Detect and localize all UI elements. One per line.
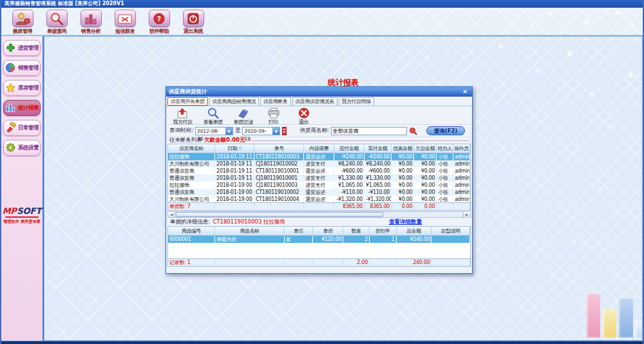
date-from-input[interactable]: 2012-08-30 ▼ <box>195 127 233 135</box>
table-cell: 2.00 <box>343 259 370 266</box>
table-cell <box>453 203 470 210</box>
tab-4[interactable]: 供货商供货情况表 <box>292 97 337 106</box>
column-header[interactable]: 商品名称 <box>215 227 285 236</box>
dialog-toolbar-button-1[interactable]: 我方付款 <box>167 107 198 124</box>
date-to-input[interactable]: 2020-09-19 ▼ <box>242 127 280 135</box>
column-header[interactable]: 内容摘要 <box>304 144 334 153</box>
table-cell: ¥1,065.00 <box>334 182 365 189</box>
toolbar-button-label: 退出系统 <box>178 28 208 35</box>
table-cell: CT180119010004 <box>254 196 304 203</box>
column-header[interactable]: 操作员 <box>453 144 470 153</box>
table-cell: CT180119010002 <box>254 189 304 196</box>
horizontal-scrollbar[interactable]: ◄ ► <box>167 211 471 218</box>
table-cell: -¥110.00 <box>334 189 365 196</box>
supplier-name-input[interactable] <box>331 127 407 135</box>
table-cell: admin <box>453 160 470 167</box>
column-header[interactable]: 总金额 <box>396 227 431 236</box>
column-header[interactable]: 欠款金额 <box>414 144 437 153</box>
dialog-toolbar-button-2[interactable]: 查看单据 <box>198 107 228 124</box>
table-cell: admin <box>453 196 470 203</box>
date-flag-icon[interactable] <box>282 127 287 135</box>
toolbar-button-6[interactable]: 退出系统 <box>178 8 208 35</box>
sidebar-item-1[interactable]: 进货管理 <box>3 40 41 56</box>
logo-underline <box>5 216 39 218</box>
column-header[interactable]: 供货商名称 <box>168 144 215 153</box>
chevron-down-icon[interactable]: ▼ <box>225 128 232 135</box>
table-header-row: 供货商名称日期 ▽单号内容摘要应付金额实付金额优惠金额欠款金额经办人操作员 <box>168 144 470 153</box>
table-cell: ¥0.00 <box>392 189 414 196</box>
sort-icon[interactable]: ▽ <box>238 146 242 151</box>
scrollbar-thumb[interactable] <box>176 212 383 217</box>
table-row[interactable]: 普通供货商2018-01-19 11CJ180119010001进货支付¥1,3… <box>168 175 470 182</box>
table-cell: 小张 <box>437 182 453 189</box>
dialog-toolbar-button-5[interactable]: 退出 <box>289 107 319 124</box>
toolbar-button-4[interactable]: 短信群发 <box>110 8 140 35</box>
column-header[interactable]: 优惠金额 <box>392 144 414 153</box>
ledger-table: 供货商名称日期 ▽单号内容摘要应付金额实付金额优惠金额欠款金额经办人操作员拉拉服… <box>168 144 470 203</box>
payment-icon <box>167 108 198 119</box>
column-header[interactable]: 日期 ▽ <box>215 144 254 153</box>
table-cell: 记录数: 1 <box>168 259 215 266</box>
tab-2[interactable]: 供货商商品销售情况 <box>209 97 260 106</box>
table-cell: 进货支付 <box>304 175 334 182</box>
tab-5[interactable]: 我方付款明细 <box>339 97 374 106</box>
envelope-icon <box>115 10 136 27</box>
main-area: ★ ★ ★ ★ ★ ★ ★ ★ ★ ★ 统计报表 供应商供货统计 × 供货商所有… <box>44 36 643 341</box>
dialog-titlebar: 供应商供货统计 × <box>166 87 472 97</box>
dialog-toolbar-button-3[interactable]: 单据过滤 <box>228 107 258 124</box>
table-cell: ¥0.00 <box>392 182 414 189</box>
search-button[interactable]: 查询(F2) <box>426 126 466 135</box>
column-header[interactable]: 数量 <box>343 227 370 236</box>
table-row[interactable]: 拉拉服饰2018-01-19 00CJ180119010003进货支付¥1,06… <box>168 182 470 189</box>
scroll-right-icon[interactable]: ► <box>463 212 470 217</box>
column-header[interactable]: 单价 <box>313 227 343 236</box>
toolbar-button-2[interactable]: 单据查询 <box>42 8 71 35</box>
table-row[interactable]: 拉拉服饰2018-01-19 11CT180119010003退货追还-¥240… <box>168 153 470 161</box>
tab-3[interactable]: 供货商帐务 <box>260 97 291 106</box>
dialog-toolbar-label: 退出 <box>289 119 319 126</box>
person-icon <box>12 10 33 27</box>
toolbar-button-1[interactable]: 换班管理 <box>8 8 37 35</box>
table-row[interactable]: 大川制衣有限公司2018-01-19 11CJ180119010002进货支付¥… <box>168 160 470 167</box>
decor-bar-pink <box>586 294 600 338</box>
scroll-left-icon[interactable]: ◄ <box>168 212 175 217</box>
view-quantity-link[interactable]: 查看详细数量 <box>389 218 422 226</box>
table-row[interactable]: 普通供货商2018-01-19 11CT180119010001退货追还-¥60… <box>168 167 470 175</box>
column-header[interactable]: 经办人 <box>437 144 453 153</box>
chevron-down-icon[interactable]: ▼ <box>272 128 279 135</box>
filter-icon <box>228 108 258 119</box>
column-header[interactable]: 单位 <box>284 227 313 236</box>
sidebar-item-2[interactable]: 销售管理 <box>3 60 41 76</box>
tab-1[interactable]: 供货商所有单据 <box>167 97 208 106</box>
sidebar-item-5[interactable]: 日常管理 <box>3 120 41 136</box>
column-header[interactable]: 款型说明 <box>431 227 470 236</box>
table-cell: 拉拉服饰 <box>168 182 215 189</box>
close-icon[interactable]: × <box>460 87 469 97</box>
star-decor-icon: ★ <box>589 90 595 98</box>
supplier-search-icon[interactable] <box>409 127 417 135</box>
table-row[interactable]: 普通供货商2018-01-19 00CT180119010002退货追还-¥11… <box>168 189 470 196</box>
sidebar-item-3[interactable]: 库存管理 <box>3 80 41 96</box>
scrollbar-track[interactable] <box>175 212 463 217</box>
column-header[interactable]: 单号 <box>254 144 304 153</box>
column-header[interactable]: 实付金额 <box>364 144 391 153</box>
table-cell: 大川制衣有限公司 <box>168 160 215 167</box>
items-table: 商品编号商品名称单位单价数量折扣率总金额款型说明6000001保暖内衣套¥120… <box>168 227 470 243</box>
column-header[interactable]: 商品编号 <box>168 227 215 236</box>
table-row[interactable]: 6000001保暖内衣套¥120.0021¥240.00 <box>168 236 470 244</box>
dialog-toolbar-button-4[interactable]: 打印 <box>258 107 289 124</box>
table-cell: 退货追还 <box>304 167 334 175</box>
sidebar-item-6[interactable]: 系统设置 <box>3 140 41 156</box>
column-header[interactable]: 折扣率 <box>369 227 396 236</box>
table-cell: CJ180119010002 <box>254 160 304 167</box>
toolbar-button-5[interactable]: ?软件帮助 <box>144 8 174 35</box>
column-header[interactable]: 应付金额 <box>334 144 365 153</box>
toolbar-button-3[interactable]: 销售分析 <box>76 8 106 35</box>
table-cell: 套 <box>284 236 313 244</box>
table-row[interactable]: 大川制衣有限公司2018-01-19 00CT180119010004退货追还-… <box>168 196 470 203</box>
table-cell: 小张 <box>437 160 453 167</box>
ledger-table-container: 供货商名称日期 ▽单号内容摘要应付金额实付金额优惠金额欠款金额经办人操作员拉拉服… <box>167 144 471 203</box>
sidebar-item-4[interactable]: 统计报表 <box>3 100 41 116</box>
table-cell: -¥1,320.00 <box>334 196 365 203</box>
table-cell: 普通供货商 <box>168 189 215 196</box>
